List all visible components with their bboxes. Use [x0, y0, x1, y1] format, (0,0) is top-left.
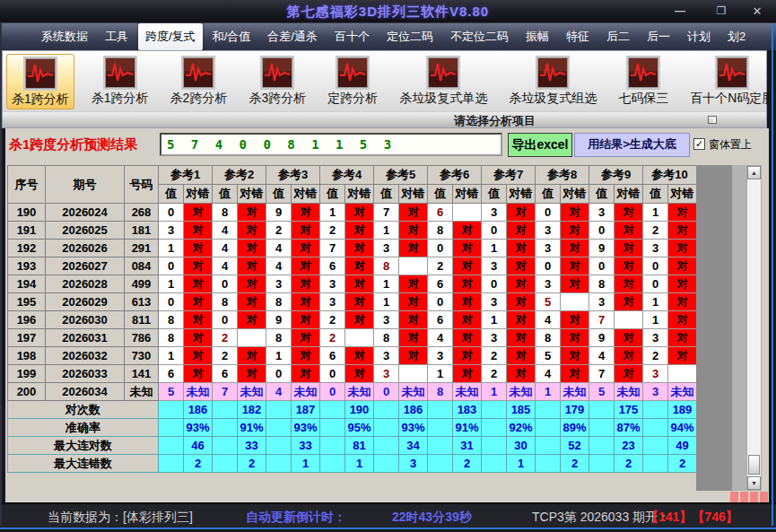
- cell-period[interactable]: 2026026: [46, 240, 125, 257]
- cell-ref-result[interactable]: 对: [615, 257, 643, 275]
- cell-seq[interactable]: 199: [8, 365, 46, 383]
- cell-ref-value[interactable]: 4: [213, 240, 238, 257]
- cell-ref-value[interactable]: 2: [482, 365, 507, 383]
- cell-ref-value[interactable]: 0: [266, 365, 292, 383]
- cell-ref-result[interactable]: 对: [345, 222, 374, 240]
- summary-spacer[interactable]: [536, 437, 561, 455]
- cell-ref-value[interactable]: 2: [213, 347, 238, 365]
- summary-spacer[interactable]: [320, 419, 345, 437]
- cell-ref-value[interactable]: 0: [643, 257, 668, 275]
- cell-ref-result[interactable]: 对: [507, 240, 536, 257]
- cell-ref-result[interactable]: 对: [184, 222, 213, 240]
- menu-item-跨度/复式[interactable]: 跨度/复式: [138, 23, 203, 50]
- menu-item-合差/通杀[interactable]: 合差/通杀: [260, 23, 325, 50]
- cell-ref-result[interactable]: 对: [561, 275, 589, 293]
- cell-ref-value[interactable]: 1: [536, 383, 561, 401]
- tool-item-七码保三-7[interactable]: 七码保三: [614, 54, 673, 108]
- cell-ref-result[interactable]: 对: [238, 365, 266, 383]
- cell-ref-result[interactable]: 未知: [238, 383, 266, 401]
- stay-on-top-checkbox[interactable]: ✓: [693, 138, 705, 150]
- menu-item-百十个[interactable]: 百十个: [327, 23, 377, 50]
- cell-period[interactable]: 2026027: [46, 257, 125, 275]
- cell-number[interactable]: 084: [125, 257, 159, 275]
- summary-spacer[interactable]: [266, 401, 292, 419]
- cell-ref-value[interactable]: 2: [643, 347, 668, 365]
- summary-value[interactable]: 1: [292, 455, 320, 473]
- cell-ref-value[interactable]: 0: [643, 275, 668, 293]
- summary-value[interactable]: 87%: [615, 419, 643, 437]
- summary-value[interactable]: 2: [668, 455, 697, 473]
- cell-ref-value[interactable]: 3: [374, 365, 399, 383]
- cell-ref-result[interactable]: 对: [184, 204, 213, 222]
- cell-ref-result[interactable]: 对: [345, 275, 374, 293]
- cell-ref-value[interactable]: 8: [213, 293, 238, 311]
- cell-ref-result[interactable]: 对: [668, 275, 697, 293]
- cell-ref-value[interactable]: 3: [374, 240, 399, 257]
- cell-ref-value[interactable]: 0: [482, 275, 507, 293]
- cell-ref-result[interactable]: 对: [507, 365, 536, 383]
- cell-ref-result[interactable]: 对: [453, 311, 482, 329]
- cell-ref-result[interactable]: 对: [453, 275, 482, 293]
- cell-period[interactable]: 2026030: [46, 311, 125, 329]
- summary-spacer[interactable]: [320, 455, 345, 473]
- cell-period[interactable]: 2026032: [46, 347, 125, 365]
- summary-value[interactable]: 46: [184, 437, 213, 455]
- cell-ref-value[interactable]: 6: [428, 311, 453, 329]
- cell-ref-value[interactable]: 9: [266, 311, 292, 329]
- cell-ref-value[interactable]: 7: [589, 311, 615, 329]
- summary-value[interactable]: 2: [615, 455, 643, 473]
- cell-ref-result[interactable]: 未知: [345, 383, 374, 401]
- cell-ref-value[interactable]: 1: [482, 311, 507, 329]
- cell-ref-value[interactable]: 1: [266, 347, 292, 365]
- cell-ref-result[interactable]: 对: [561, 222, 589, 240]
- cell-ref-value[interactable]: 1: [643, 311, 668, 329]
- cell-ref-value[interactable]: 0: [213, 311, 238, 329]
- summary-value[interactable]: 94%: [668, 419, 697, 437]
- menu-item-后一[interactable]: 后一: [640, 23, 677, 50]
- tool-item-百十个N码定胆-8[interactable]: 百十个N码定胆: [685, 54, 776, 108]
- cell-ref-result[interactable]: 对: [345, 204, 374, 222]
- cell-ref-result[interactable]: 对: [184, 347, 213, 365]
- summary-spacer[interactable]: [159, 401, 184, 419]
- cell-ref-result[interactable]: 对: [453, 293, 482, 311]
- menu-item-计划[interactable]: 计划: [680, 23, 718, 50]
- cell-ref-result[interactable]: 对: [507, 311, 536, 329]
- summary-value[interactable]: 1: [345, 455, 374, 473]
- result-input[interactable]: [160, 133, 502, 156]
- cell-ref-value[interactable]: 8: [159, 329, 184, 347]
- summary-value[interactable]: 23: [615, 437, 643, 455]
- cell-ref-value[interactable]: 2: [643, 222, 668, 240]
- cell-ref-result[interactable]: 未知: [399, 383, 428, 401]
- cell-ref-value[interactable]: 0: [589, 222, 615, 240]
- scrollbar-thumb[interactable]: [748, 455, 760, 475]
- cell-number[interactable]: 291: [125, 240, 159, 257]
- cell-period[interactable]: 2026033: [46, 365, 125, 383]
- cell-ref-result[interactable]: 对: [184, 275, 213, 293]
- cell-ref-value[interactable]: 5: [536, 293, 561, 311]
- cell-ref-value[interactable]: 0: [482, 222, 507, 240]
- cell-ref-result[interactable]: 未知: [292, 383, 320, 401]
- cell-ref-value[interactable]: 4: [428, 329, 453, 347]
- cell-ref-result[interactable]: 对: [345, 293, 374, 311]
- cell-ref-result[interactable]: 对: [399, 347, 428, 365]
- cell-ref-result[interactable]: 对: [561, 240, 589, 257]
- cell-ref-value[interactable]: 9: [266, 204, 292, 222]
- summary-spacer[interactable]: [213, 401, 238, 419]
- cell-ref-value[interactable]: 3: [536, 275, 561, 293]
- summary-spacer[interactable]: [589, 401, 615, 419]
- summary-spacer[interactable]: [482, 455, 507, 473]
- cell-ref-result[interactable]: 对: [184, 311, 213, 329]
- cell-period[interactable]: 2026034: [46, 383, 125, 401]
- summary-value[interactable]: 190: [345, 401, 374, 419]
- cell-ref-result[interactable]: 对: [561, 347, 589, 365]
- cell-ref-result[interactable]: 对: [399, 311, 428, 329]
- cell-seq[interactable]: 190: [8, 204, 46, 222]
- cell-ref-value[interactable]: 1: [320, 204, 345, 222]
- cell-seq[interactable]: 196: [8, 311, 46, 329]
- cell-ref-result[interactable]: 对: [345, 311, 374, 329]
- cell-ref-value[interactable]: 4: [536, 365, 561, 383]
- summary-spacer[interactable]: [374, 419, 399, 437]
- cell-ref-value[interactable]: 0: [320, 383, 345, 401]
- menu-item-后二[interactable]: 后二: [599, 23, 637, 50]
- cell-ref-result[interactable]: 对: [668, 329, 697, 347]
